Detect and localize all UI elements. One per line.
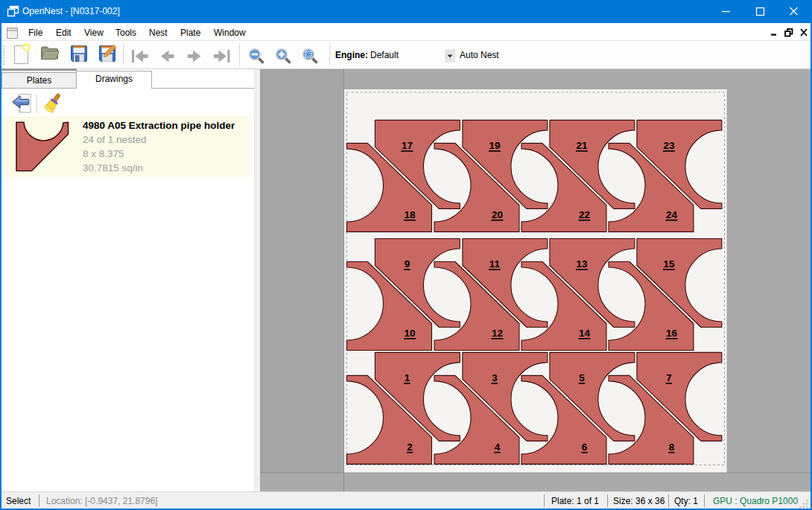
svg-text:22: 22: [579, 209, 590, 220]
svg-text:6: 6: [582, 442, 588, 453]
svg-text:9: 9: [405, 258, 410, 270]
svg-text:16: 16: [666, 328, 678, 339]
svg-text:1: 1: [405, 372, 410, 383]
svg-text:3: 3: [492, 372, 498, 383]
svg-text:7: 7: [666, 372, 672, 383]
svg-text:15: 15: [663, 258, 675, 270]
svg-text:19: 19: [489, 140, 500, 151]
svg-text:20: 20: [492, 209, 503, 220]
svg-text:4: 4: [495, 442, 501, 453]
svg-text:12: 12: [492, 328, 503, 339]
svg-text:11: 11: [489, 258, 501, 270]
svg-text:18: 18: [404, 209, 416, 220]
svg-text:23: 23: [663, 140, 675, 151]
svg-text:24: 24: [666, 209, 678, 220]
svg-text:14: 14: [579, 328, 591, 339]
svg-text:10: 10: [404, 328, 415, 339]
svg-text:2: 2: [407, 442, 413, 453]
svg-text:5: 5: [579, 372, 585, 383]
svg-text:17: 17: [402, 140, 413, 151]
svg-text:13: 13: [576, 258, 588, 270]
svg-text:21: 21: [576, 140, 588, 151]
svg-text:8: 8: [669, 442, 675, 453]
